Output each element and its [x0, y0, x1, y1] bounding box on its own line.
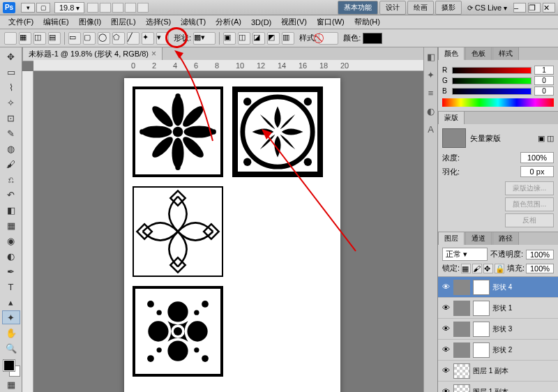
g-value[interactable]: 0 [534, 76, 554, 85]
shape-picker[interactable]: ▩▾ [193, 32, 216, 45]
lock-trans-icon[interactable]: ▦ [461, 264, 471, 273]
shape-layers-icon[interactable]: ▦ [19, 32, 31, 45]
fg-color[interactable] [3, 360, 15, 371]
layer-thumbnail[interactable] [453, 280, 470, 295]
gradient-tool[interactable]: ▦ [2, 218, 20, 232]
lasso-tool[interactable]: ⌇ [2, 80, 20, 94]
blur-tool[interactable]: ◉ [2, 234, 20, 248]
line-shape-icon[interactable]: ╱ [127, 32, 140, 45]
eraser-tool[interactable]: ◧ [2, 203, 20, 217]
b-value[interactable]: 0 [534, 86, 554, 96]
tab-mask[interactable]: 蒙版 [438, 111, 465, 124]
layer-row[interactable]: 👁图层 1 副本 [438, 382, 558, 392]
layer-row[interactable]: 👁形状 4 [438, 277, 558, 298]
strip-icon-4[interactable]: ◐ [425, 106, 437, 117]
move-tool[interactable]: ✥ [2, 50, 20, 63]
g-slider[interactable] [452, 77, 531, 84]
lock-all-icon[interactable]: 🔒 [495, 264, 504, 273]
brush-tool[interactable]: 🖌 [2, 157, 20, 171]
layer-thumbnail[interactable] [453, 342, 470, 358]
hue-bar[interactable] [442, 98, 554, 107]
r-value[interactable]: 1 [534, 66, 554, 75]
layer-row[interactable]: 👁图层 1 副本 [438, 361, 558, 382]
window-close-icon[interactable]: ✕ [543, 3, 555, 13]
mask-thumbnail[interactable] [442, 128, 466, 148]
fill-pixels-icon[interactable]: ▤ [48, 32, 61, 45]
fill-value[interactable]: 100% [526, 264, 554, 273]
layer-thumbnail[interactable] [453, 322, 470, 337]
dodge-tool[interactable]: ◐ [2, 249, 20, 263]
polygon-shape-icon[interactable]: ⬠ [112, 32, 125, 45]
feather-value[interactable]: 0 px [520, 166, 554, 177]
layer-name[interactable]: 形状 1 [492, 303, 555, 313]
rrect-shape-icon[interactable]: ▢ [83, 32, 96, 45]
rotate-icon[interactable] [112, 3, 123, 13]
layer-name[interactable]: 图层 1 副本 [473, 387, 555, 393]
pen-tool[interactable]: ✒ [2, 264, 20, 278]
vector-mask-thumbnail[interactable] [473, 342, 490, 358]
tab-close-icon[interactable]: × [151, 49, 156, 59]
visibility-icon[interactable]: 👁 [441, 345, 451, 355]
menu-view[interactable]: 视图(V) [277, 15, 311, 29]
title-min-icon[interactable]: ▾ [21, 3, 35, 13]
combine-exclude-icon[interactable]: ▥ [282, 32, 294, 45]
color-controls[interactable] [2, 359, 20, 377]
blend-mode-select[interactable]: 正常 ▾ [442, 248, 488, 261]
menu-help[interactable]: 帮助(H) [350, 15, 384, 29]
ellipse-shape-icon[interactable]: ◯ [98, 32, 110, 45]
vector-mask-thumbnail[interactable] [473, 280, 490, 295]
eyedropper-tool[interactable]: ✎ [2, 126, 20, 140]
window-min-icon[interactable]: – [513, 3, 526, 13]
menu-edit[interactable]: 编辑(E) [39, 15, 73, 29]
layer-thumbnail[interactable] [453, 301, 470, 316]
menu-select[interactable]: 选择(S) [142, 15, 176, 29]
window-restore-icon[interactable]: ❐ [528, 3, 541, 13]
history-brush-tool[interactable]: ↶ [2, 188, 20, 202]
layer-name[interactable]: 形状 2 [492, 345, 555, 355]
visibility-icon[interactable]: 👁 [441, 387, 451, 393]
custom-shape-icon[interactable]: ✦ [142, 32, 154, 45]
rect-shape-icon[interactable]: ▭ [68, 32, 81, 45]
combine-intersect-icon[interactable]: ◩ [267, 32, 280, 45]
menu-layer[interactable]: 图层(L) [107, 15, 140, 29]
visibility-icon[interactable]: 👁 [441, 303, 451, 313]
layer-row[interactable]: 👁形状 1 [438, 298, 558, 319]
tool-preset-icon[interactable] [4, 32, 17, 45]
style-picker[interactable]: ⃠ [319, 32, 338, 45]
density-value[interactable]: 100% [520, 152, 554, 163]
workspace-tab-design[interactable]: 设计 [379, 1, 406, 15]
tab-channels[interactable]: 通道 [465, 232, 492, 245]
quickmask-tool[interactable]: ▦ [2, 377, 20, 391]
strip-icon-1[interactable]: ◧ [425, 52, 437, 63]
visibility-icon[interactable]: 👁 [441, 282, 451, 292]
color-swatch[interactable] [363, 33, 382, 44]
menu-filter[interactable]: 滤镜(T) [176, 15, 210, 29]
title-max-icon[interactable]: ▢ [36, 3, 50, 13]
layer-thumbnail[interactable] [453, 363, 470, 379]
combine-new-icon[interactable]: ▣ [223, 32, 236, 45]
workspace-tab-photography[interactable]: 摄影 [435, 1, 462, 15]
tab-styles[interactable]: 样式 [492, 47, 519, 60]
heal-tool[interactable]: ◍ [2, 142, 20, 156]
menu-image[interactable]: 图像(I) [75, 15, 105, 29]
combine-add-icon[interactable]: ◫ [238, 32, 250, 45]
cslive-button[interactable]: ⟳ CS Live ▾ [463, 2, 511, 13]
crop-tool[interactable]: ⊡ [2, 111, 20, 125]
visibility-icon[interactable]: 👁 [441, 366, 451, 376]
canvas-area[interactable] [33, 71, 437, 392]
workspace-tab-essentials[interactable]: 基本功能 [338, 1, 378, 15]
zoom-tool[interactable]: 🔍 [2, 341, 20, 355]
strip-icon-2[interactable]: ✦ [425, 70, 437, 81]
paths-icon[interactable]: ◫ [33, 32, 46, 45]
mask-edge-button[interactable]: 蒙版边缘... [505, 181, 554, 195]
menu-3d[interactable]: 3D(D) [247, 17, 276, 28]
visibility-icon[interactable]: 👁 [441, 324, 451, 334]
tab-layers[interactable]: 图层 [438, 232, 465, 245]
lock-pixels-icon[interactable]: 🖌 [472, 264, 482, 273]
canvas[interactable] [124, 78, 340, 392]
layer-thumbnail[interactable] [453, 384, 470, 393]
color-range-button[interactable]: 颜色范围... [505, 197, 554, 211]
layer-name[interactable]: 形状 4 [492, 282, 555, 292]
hand-tool[interactable]: ✋ [2, 326, 20, 340]
type-tool[interactable]: T [2, 280, 20, 294]
